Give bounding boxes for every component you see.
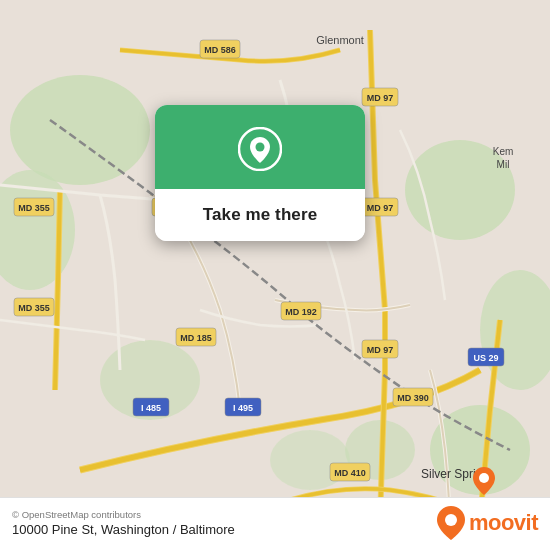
svg-text:MD 192: MD 192: [285, 307, 317, 317]
map-background: MD 97 MD 97 MD 97 MD 586 MD 355 MD 355 M…: [0, 0, 550, 550]
svg-text:Mil: Mil: [497, 159, 510, 170]
svg-point-1: [10, 75, 150, 185]
take-me-there-button[interactable]: Take me there: [155, 189, 365, 241]
bottom-left-info: © OpenStreetMap contributors 10000 Pine …: [12, 509, 235, 537]
svg-text:Kem: Kem: [493, 146, 514, 157]
popup-card: Take me there: [155, 105, 365, 241]
moovit-map-pin: [473, 467, 495, 495]
svg-text:US 29: US 29: [473, 353, 498, 363]
map-container: MD 97 MD 97 MD 97 MD 586 MD 355 MD 355 M…: [0, 0, 550, 550]
moovit-pin-icon: [473, 467, 495, 495]
svg-text:MD 355: MD 355: [18, 303, 50, 313]
location-pin-icon: [238, 127, 282, 171]
svg-text:MD 185: MD 185: [180, 333, 212, 343]
svg-text:Glenmont: Glenmont: [316, 34, 364, 46]
svg-text:MD 586: MD 586: [204, 45, 236, 55]
svg-text:MD 97: MD 97: [367, 345, 394, 355]
svg-text:I 495: I 495: [233, 403, 253, 413]
svg-text:MD 410: MD 410: [334, 468, 366, 478]
popup-header: [155, 105, 365, 189]
svg-point-44: [479, 473, 489, 483]
svg-point-45: [445, 514, 457, 526]
bottom-bar: © OpenStreetMap contributors 10000 Pine …: [0, 497, 550, 550]
svg-point-43: [256, 143, 265, 152]
osm-credit: © OpenStreetMap contributors: [12, 509, 235, 520]
svg-text:I 485: I 485: [141, 403, 161, 413]
svg-text:MD 97: MD 97: [367, 93, 394, 103]
address-text: 10000 Pine St, Washington / Baltimore: [12, 522, 235, 537]
moovit-logo-pin-icon: [437, 506, 465, 540]
svg-text:MD 355: MD 355: [18, 203, 50, 213]
moovit-logo-text: moovit: [469, 510, 538, 536]
svg-text:MD 390: MD 390: [397, 393, 429, 403]
moovit-logo: moovit: [437, 506, 538, 540]
svg-text:MD 97: MD 97: [367, 203, 394, 213]
